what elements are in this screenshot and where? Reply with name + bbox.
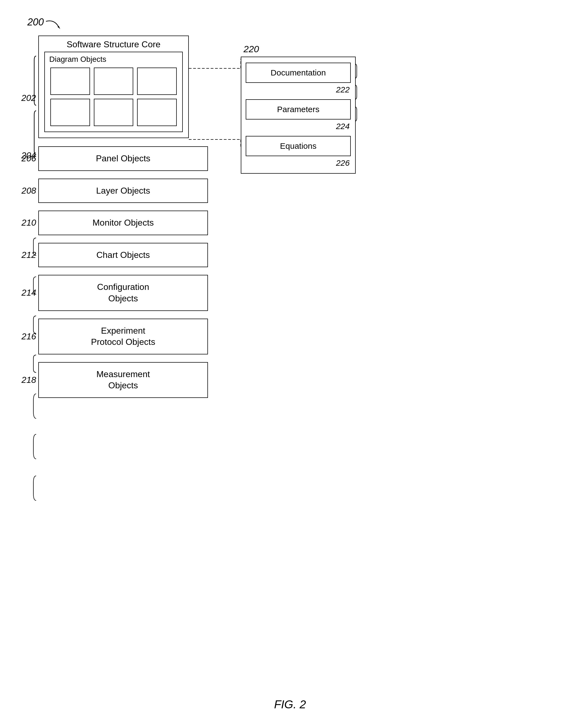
layer-objects-row: 208 Layer Objects [16,179,208,203]
diagram-cell-2 [94,68,133,95]
label-210: 210 [16,218,38,228]
label-222: 222 [246,85,351,94]
fig-label: FIG. 2 [274,698,306,711]
measurement-objects-row: 218 Measurement Objects [16,362,208,398]
label-202: 202 [21,93,36,103]
label-206: 206 [16,153,38,164]
label-220: 220 [243,44,356,54]
panel-objects-box: Panel Objects [38,146,208,171]
svg-marker-0 [57,26,60,29]
label-226: 226 [246,158,351,168]
label-200: 200 [27,16,44,28]
label-212: 212 [16,250,38,260]
label-208: 208 [16,186,38,196]
configuration-objects-row: 214 Configuration Objects [16,275,208,311]
monitor-objects-box: Monitor Objects [38,211,208,235]
label-218: 218 [16,375,38,385]
right-box: Documentation 222 Parameters 224 Equatio… [241,57,356,174]
monitor-objects-row: 210 Monitor Objects [16,211,208,235]
label-214: 214 [16,288,38,298]
stack-wrapper: 206 Panel Objects 208 Layer Objects 210 … [16,146,208,406]
layer-objects-box: Layer Objects [38,179,208,203]
experiment-protocol-objects-box: Experiment Protocol Objects [38,319,208,354]
label-216: 216 [16,331,38,342]
equations-box: Equations [246,136,351,156]
diagram-cell-6 [137,99,177,126]
diagram-cell-1 [50,68,90,95]
right-box-container: 220 Documentation 222 Parameters 224 Equ… [241,44,356,174]
label-224: 224 [246,122,351,131]
diagram-container: 200 Software Structure Core Diagram Obje… [16,16,564,717]
diagram-objects-title: Diagram Objects [48,55,179,64]
diagram-cell-4 [50,99,90,126]
chart-objects-row: 212 Chart Objects [16,243,208,267]
chart-objects-box: Chart Objects [38,243,208,267]
diagram-grid [48,68,179,129]
main-software-structure-box: Software Structure Core Diagram Objects [38,36,189,138]
parameters-box: Parameters [246,99,351,120]
experiment-protocol-objects-row: 216 Experiment Protocol Objects [16,319,208,354]
diagram-cell-3 [137,68,177,95]
documentation-box: Documentation [246,63,351,83]
panel-objects-row: 206 Panel Objects [16,146,208,171]
measurement-objects-box: Measurement Objects [38,362,208,398]
diagram-cell-5 [94,99,133,126]
configuration-objects-box: Configuration Objects [38,275,208,311]
diagram-objects-box: Diagram Objects [44,52,183,132]
main-box-title: Software Structure Core [39,36,188,52]
